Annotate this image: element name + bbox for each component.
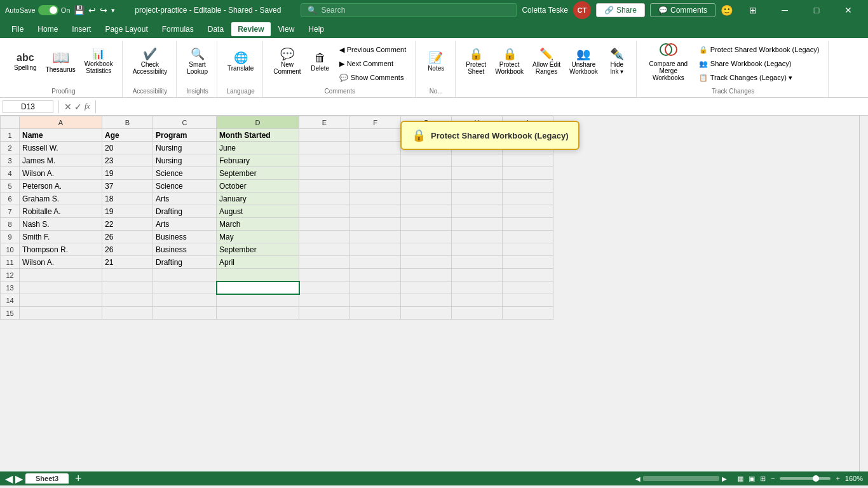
- cell-B2[interactable]: 20: [102, 142, 153, 154]
- minimize-button[interactable]: ─: [770, 1, 799, 19]
- share-wb-legacy-btn[interactable]: 👥 Share Workbook (Legacy): [695, 57, 824, 70]
- cell-D8[interactable]: March: [217, 218, 299, 231]
- cell-F5[interactable]: [350, 180, 401, 193]
- cell-A7[interactable]: Robitalle A.: [20, 205, 102, 218]
- next-comment-button[interactable]: ▶ Next Comment: [336, 57, 410, 70]
- cell-A14[interactable]: [20, 294, 102, 307]
- cell-F12[interactable]: [350, 269, 401, 281]
- menu-home[interactable]: Home: [31, 22, 64, 36]
- zoom-plus[interactable]: +: [836, 475, 839, 482]
- smart-lookup-button[interactable]: 🔍 SmartLookup: [183, 43, 212, 80]
- cell-A6[interactable]: Graham S.: [20, 193, 102, 205]
- cell-H15[interactable]: [452, 307, 503, 320]
- cell-A4[interactable]: Wilson A.: [20, 167, 102, 180]
- protect-shared-wb-btn[interactable]: 🔒 Protect Shared Workbook (Legacy): [695, 43, 824, 56]
- cell-E6[interactable]: [299, 193, 350, 205]
- cell-D14[interactable]: [217, 294, 299, 307]
- cell-H3[interactable]: [452, 154, 503, 167]
- cell-G5[interactable]: [401, 180, 452, 193]
- nav-right-icon[interactable]: ▶: [15, 473, 23, 485]
- cell-E11[interactable]: [299, 256, 350, 269]
- previous-comment-button[interactable]: ◀ Previous Comment: [336, 43, 410, 56]
- cell-A9[interactable]: Smith F.: [20, 231, 102, 243]
- cell-F6[interactable]: [350, 193, 401, 205]
- cell-G4[interactable]: [401, 167, 452, 180]
- cell-H5[interactable]: [452, 180, 503, 193]
- cell-C6[interactable]: Arts: [153, 193, 217, 205]
- cell-C3[interactable]: Nursing: [153, 154, 217, 167]
- cell-C13[interactable]: [153, 281, 217, 294]
- cell-G10[interactable]: [401, 243, 452, 256]
- cell-E8[interactable]: [299, 218, 350, 231]
- zoom-minus[interactable]: −: [771, 475, 775, 482]
- cell-D15[interactable]: [217, 307, 299, 320]
- cell-F13[interactable]: [350, 281, 401, 294]
- cell-G9[interactable]: [401, 231, 452, 243]
- menu-insert[interactable]: Insert: [65, 22, 97, 36]
- cell-E1[interactable]: [299, 129, 350, 142]
- comments-button[interactable]: 💬 Comments: [650, 3, 715, 17]
- cell-G7[interactable]: [401, 205, 452, 218]
- new-comment-button[interactable]: 💬 NewComment: [269, 43, 304, 80]
- cell-C12[interactable]: [153, 269, 217, 281]
- allow-edit-ranges-button[interactable]: ✏️ Allow EditRanges: [529, 43, 564, 80]
- undo-icon[interactable]: ↩: [88, 5, 96, 15]
- close-button[interactable]: ✕: [834, 1, 863, 19]
- cell-F14[interactable]: [350, 294, 401, 307]
- cell-D2[interactable]: June: [217, 142, 299, 154]
- cell-H10[interactable]: [452, 243, 503, 256]
- cell-D6[interactable]: January: [217, 193, 299, 205]
- cell-G3[interactable]: [401, 154, 452, 167]
- cell-E2[interactable]: [299, 142, 350, 154]
- cell-B7[interactable]: 19: [102, 205, 153, 218]
- cell-C10[interactable]: Business: [153, 243, 217, 256]
- cell-C4[interactable]: Science: [153, 167, 217, 180]
- save-icon[interactable]: 💾: [74, 5, 85, 15]
- cell-A3[interactable]: James M.: [20, 154, 102, 167]
- workbook-stats-button[interactable]: 📊 WorkbookStatistics: [81, 43, 117, 80]
- cell-H13[interactable]: [452, 281, 503, 294]
- nav-left-icon[interactable]: ◀: [5, 473, 13, 485]
- sheet-tab-sheet3[interactable]: Sheet3: [25, 473, 69, 484]
- cell-E14[interactable]: [299, 294, 350, 307]
- cell-B13[interactable]: [102, 281, 153, 294]
- cell-I6[interactable]: [503, 193, 553, 205]
- menu-review[interactable]: Review: [231, 22, 270, 36]
- search-box[interactable]: 🔍: [301, 3, 517, 17]
- menu-help[interactable]: Help: [302, 22, 330, 36]
- formula-input[interactable]: [101, 101, 865, 112]
- cell-A2[interactable]: Russell W.: [20, 142, 102, 154]
- cell-B4[interactable]: 19: [102, 167, 153, 180]
- share-button[interactable]: 🔗 Share: [596, 3, 645, 17]
- cell-B9[interactable]: 26: [102, 231, 153, 243]
- notes-button[interactable]: 📝 Notes: [422, 43, 450, 80]
- cell-E13[interactable]: [299, 281, 350, 294]
- page-break-view-icon[interactable]: ⊞: [760, 475, 766, 483]
- page-layout-view-icon[interactable]: ▣: [749, 475, 755, 483]
- cell-I13[interactable]: [503, 281, 553, 294]
- cell-C2[interactable]: Nursing: [153, 142, 217, 154]
- cell-D7[interactable]: August: [217, 205, 299, 218]
- normal-view-icon[interactable]: ▦: [737, 475, 743, 483]
- cell-D13-selected[interactable]: [217, 281, 299, 294]
- cell-F11[interactable]: [350, 256, 401, 269]
- cell-H8[interactable]: [452, 218, 503, 231]
- cell-G13[interactable]: [401, 281, 452, 294]
- add-sheet-button[interactable]: +: [71, 472, 86, 485]
- cell-F9[interactable]: [350, 231, 401, 243]
- menu-view[interactable]: View: [272, 22, 301, 36]
- col-header-A[interactable]: A: [20, 116, 102, 129]
- cell-E7[interactable]: [299, 205, 350, 218]
- cell-F15[interactable]: [350, 307, 401, 320]
- cell-B5[interactable]: 37: [102, 180, 153, 193]
- cell-G12[interactable]: [401, 269, 452, 281]
- cell-I7[interactable]: [503, 205, 553, 218]
- cell-E3[interactable]: [299, 154, 350, 167]
- hscroll-bar[interactable]: [643, 476, 719, 481]
- cell-G11[interactable]: [401, 256, 452, 269]
- cell-E15[interactable]: [299, 307, 350, 320]
- cell-G14[interactable]: [401, 294, 452, 307]
- cell-H4[interactable]: [452, 167, 503, 180]
- search-input[interactable]: [321, 6, 510, 15]
- redo-icon[interactable]: ↪: [100, 5, 107, 15]
